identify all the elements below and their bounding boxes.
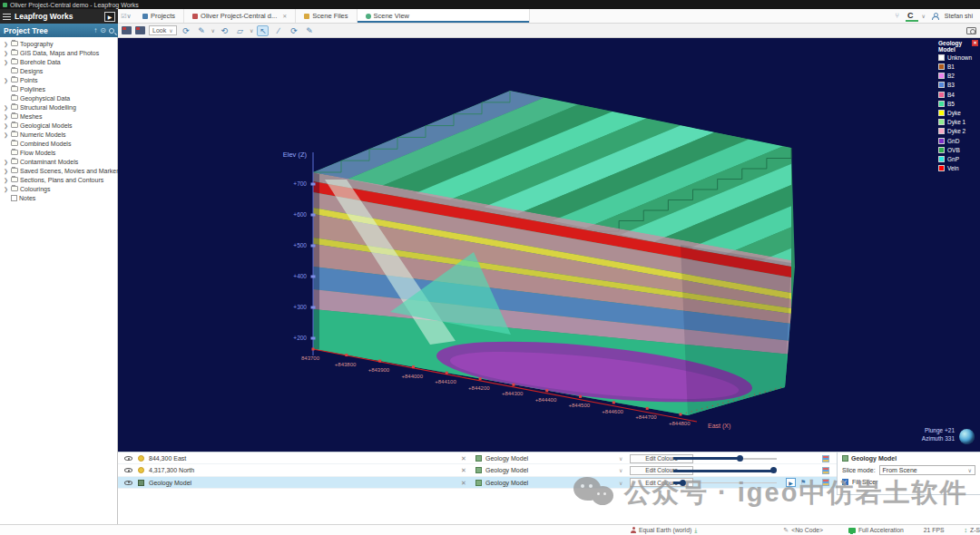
flag-icon[interactable]: ⚑ (800, 479, 806, 486)
close-tab-icon[interactable]: ✕ (282, 13, 287, 19)
visibility-eye-icon[interactable] (124, 456, 132, 461)
refresh-tool-icon[interactable]: ⟲ (219, 25, 230, 36)
coordinate-system-status[interactable]: Equal Earth (world) ⤓ (631, 527, 697, 534)
sidebar-item-geophysical-data[interactable]: Geophysical Data (0, 93, 117, 102)
sidebar-item-notes[interactable]: Notes (0, 193, 117, 202)
sidebar-item-gis-data-maps-and-photos[interactable]: ❯GIS Data, Maps and Photos (0, 48, 117, 57)
chevron-right-icon[interactable]: ❯ (4, 113, 9, 120)
visibility-eye-icon[interactable] (124, 468, 132, 472)
copy-scene-icon[interactable] (122, 26, 132, 34)
slice-mode-dropdown[interactable]: From Scene ∨ (879, 465, 975, 475)
folder-icon (11, 168, 18, 173)
code-status[interactable]: ✎ <No Code> (783, 527, 823, 534)
paste-scene-icon[interactable] (135, 26, 145, 34)
branch-icon[interactable]: ⑂ (895, 12, 899, 20)
compass-globe-icon[interactable] (959, 429, 975, 444)
tab-project-document[interactable]: Oliver Project-Central d... ✕ (184, 9, 296, 23)
sidebar-item-flow-models[interactable]: Flow Models (0, 148, 117, 157)
chevron-down-icon[interactable]: ∨ (211, 27, 215, 34)
rotate-tool-icon[interactable]: ⟳ (288, 25, 299, 36)
ruler-tool-icon[interactable]: ∕ (272, 25, 284, 36)
sidebar-item-combined-models[interactable]: Combined Models (0, 139, 117, 148)
sidebar-item-borehole-data[interactable]: ❯Borehole Data (0, 57, 117, 66)
window-list-icon[interactable]: ☑∨ (118, 9, 134, 23)
sidebar-item-points[interactable]: ❯Points (0, 75, 117, 84)
shape-list-row[interactable]: 844,300 East✕Geology Model∨Edit Colours (118, 452, 837, 464)
sidebar-item-colourings[interactable]: ❯Colourings (0, 184, 117, 193)
sidebar-item-numeric-models[interactable]: ❯Numeric Models (0, 130, 117, 139)
chevron-down-icon[interactable]: ∨ (250, 27, 253, 34)
opacity-slider[interactable] (673, 458, 777, 460)
chevron-right-icon[interactable]: ❯ (4, 77, 9, 83)
project-tree-panel: Leapfrog Works ▶ Project Tree ↑ ⊙ ❯Topog… (0, 9, 118, 524)
play-slicer-button[interactable]: ▶ (786, 478, 796, 487)
colouring-dropdown[interactable]: Geology Model (485, 455, 528, 462)
hamburger-menu-icon[interactable] (3, 14, 11, 20)
sort-icon[interactable]: ↑ (93, 27, 97, 34)
remove-shape-icon[interactable]: ✕ (461, 467, 466, 474)
visibility-eye-icon[interactable] (124, 481, 132, 485)
collapse-panel-button[interactable]: ▶ (104, 12, 115, 22)
search-icon[interactable] (109, 28, 114, 34)
remove-shape-icon[interactable]: ✕ (461, 455, 466, 462)
sidebar-item-structural-modelling[interactable]: ❯Structural Modelling (0, 102, 117, 112)
z-scale-status[interactable]: ↕ Z-Scale 1.0 (964, 527, 980, 533)
opacity-slider[interactable] (673, 470, 777, 472)
project-tree-title: Project Tree (4, 26, 91, 35)
sidebar-item-polylines[interactable]: Polylines (0, 84, 117, 93)
sidebar-item-topography[interactable]: ❯Topography (0, 39, 117, 48)
tab-projects[interactable]: Projects (134, 9, 184, 23)
slider-handle[interactable] (680, 480, 686, 486)
chevron-right-icon[interactable]: ❯ (4, 104, 9, 111)
opacity-slider[interactable] (673, 482, 777, 484)
look-dropdown[interactable]: Look ∨ (149, 25, 177, 35)
chevron-right-icon[interactable]: ❯ (4, 50, 9, 56)
fill-slicer-checkbox[interactable]: ✓ (842, 479, 848, 485)
tab-scene-files[interactable]: Scene Files (296, 9, 357, 23)
sidebar-item-geological-models[interactable]: ❯Geological Models (0, 121, 117, 130)
chevron-right-icon[interactable]: ❯ (4, 168, 9, 174)
x-axis-tick-label: +844700 (635, 414, 657, 420)
scene-3d-viewport[interactable]: +700+600+500+400+300+200 Elev (Z) 843700… (118, 38, 980, 452)
legend-close-icon[interactable]: ✕ (972, 40, 978, 46)
geology-model-3d[interactable]: +700+600+500+400+300+200 Elev (Z) 843700… (118, 38, 980, 452)
chevron-right-icon[interactable]: ❯ (4, 122, 9, 129)
app-menu-bar[interactable]: Leapfrog Works ▶ (0, 9, 118, 24)
measure-tool-icon[interactable]: ✎ (303, 25, 315, 36)
legend-list-icon[interactable] (822, 467, 829, 474)
pause-updates-icon[interactable]: ⊙ (100, 27, 106, 34)
sidebar-item-meshes[interactable]: ❯Meshes (0, 112, 117, 121)
remove-shape-icon[interactable]: ✕ (461, 480, 466, 487)
orbit-tool-icon[interactable]: ⟳ (181, 25, 192, 36)
select-tool-icon[interactable]: ↖ (257, 25, 269, 36)
chevron-down-icon[interactable]: ∨ (619, 480, 622, 486)
chevron-down-icon[interactable]: ∨ (619, 455, 622, 462)
screenshot-camera-icon[interactable] (966, 27, 976, 34)
chevron-right-icon[interactable]: ❯ (4, 131, 9, 138)
slider-handle[interactable] (737, 455, 743, 462)
chevron-right-icon[interactable]: ❯ (4, 186, 9, 192)
sidebar-item-contaminant-models[interactable]: ❯Contaminant Models (0, 157, 117, 166)
sidebar-item-sections-plans-and-contours[interactable]: ❯Sections, Plans and Contours (0, 175, 117, 184)
slicer-box-tool-icon[interactable]: ▱ (234, 25, 246, 36)
import-icon[interactable]: ⤓ (694, 527, 697, 534)
colouring-dropdown[interactable]: Geology Model (485, 480, 528, 486)
draw-slicer-tool-icon[interactable]: ✎ (196, 25, 208, 36)
chevron-right-icon[interactable]: ❯ (4, 177, 9, 183)
shape-list-row[interactable]: 4,317,300 North✕Geology Model∨Edit Colou… (118, 464, 837, 476)
sidebar-item-designs[interactable]: Designs (0, 66, 117, 75)
legend-list-icon[interactable] (822, 455, 829, 462)
user-avatar-icon[interactable] (932, 13, 938, 19)
sidebar-item-saved-scenes-movies-and-markers[interactable]: ❯Saved Scenes, Movies and Markers (0, 166, 117, 175)
central-logo[interactable]: C (906, 11, 916, 22)
shape-list-row[interactable]: Geology Model✕Geology Model∨Edit Colours… (118, 477, 837, 489)
chevron-down-icon[interactable]: ∨ (921, 13, 925, 19)
tab-scene-view[interactable]: Scene View (358, 9, 530, 23)
chevron-down-icon[interactable]: ∨ (619, 467, 622, 473)
chevron-right-icon[interactable]: ❯ (4, 41, 9, 47)
legend-list-icon[interactable] (822, 479, 829, 486)
slider-handle[interactable] (770, 467, 777, 473)
chevron-right-icon[interactable]: ❯ (4, 159, 9, 165)
chevron-right-icon[interactable]: ❯ (4, 59, 9, 65)
colouring-dropdown[interactable]: Geology Model (485, 467, 528, 473)
